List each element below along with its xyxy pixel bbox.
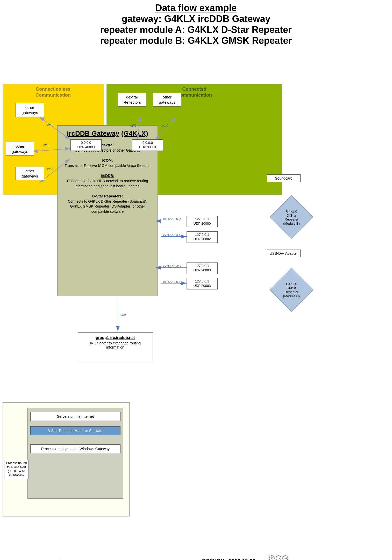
eth0-label-3: eth0 — [47, 167, 53, 171]
yellow-box-label: ConnectionlessCommunication — [3, 84, 103, 101]
other-gateways-yellow-bot: othergateways — [16, 167, 44, 180]
svg-text:SA: SA — [283, 557, 287, 560]
legend-inner-gray: Servers on the Internet D-Star Repeater … — [27, 408, 123, 499]
other-gateways-green: othergateways — [153, 93, 181, 107]
icom-section-desc: Transmit or Receive ICOM compatible Voic… — [63, 163, 152, 168]
soundcard-box: Soundcard — [267, 174, 301, 182]
dstar-section-title: D-Star Repeaters: — [92, 194, 123, 198]
dextra-reflectors-box: dextra- Reflectors — [118, 93, 146, 107]
eth0-label-4: eth0 — [130, 124, 136, 127]
icom-section-title: ICOM: — [102, 158, 113, 162]
udp-20000-bot-box: 127.0.0.1 UDP 20000 — [187, 263, 218, 274]
usb-dv-box: USB-DV- Adapter — [267, 250, 301, 257]
ircddb-section-title: ircDDB: — [101, 174, 114, 178]
irc-server-box: group1-irc.ircddb.net IRC Server to exch… — [78, 332, 153, 361]
gateway-title: ircDDB Gateway (G4KLX) — [58, 126, 158, 139]
credit-text: DG8NGN - 2010-10-20 — [202, 558, 255, 560]
udp-20003-box: 127.0.0.1 UDP 20003 — [187, 278, 218, 289]
legend-process-label: Process running on the Windows Gateway — [30, 444, 120, 453]
gmsk-repeater-c-label: G4KLXGMSKRepeater(Module C) — [275, 282, 308, 298]
header-line3: repeater module A: G4KLX D-Star Repeater — [5, 24, 387, 35]
other-gateways-yellow-top: othergateways — [16, 103, 44, 117]
page-title: Data flow example — [5, 3, 387, 13]
lo-label-2: lo (127.0.0.1) — [163, 233, 182, 237]
svg-text:©: © — [271, 557, 273, 560]
eth0-label-2: eth0 — [43, 143, 49, 147]
dstar-repeater-b-label: G4KLXD-StarRepeater(Module B) — [275, 209, 308, 225]
eth0-label-1: eth0 — [47, 123, 53, 127]
other-gateways-yellow-mid: othergateways — [6, 142, 34, 156]
legend-dstar-label: D-Star Repeater Hard- or Software — [30, 426, 120, 435]
lo-label-4: lo (127.0.0.1) — [163, 280, 182, 284]
irc-server-title: group1-irc.ircddb.net — [81, 335, 150, 340]
dextra-section-title: dextra: — [102, 143, 114, 147]
dstar-section-desc: Connects to G4KLX D-Star Repeater (Sounc… — [63, 199, 152, 214]
header-line2: gateway: G4KLX ircDDB Gateway — [5, 13, 387, 24]
legend-box: Servers on the Internet D-Star Repeater … — [3, 402, 130, 516]
lo-label-1: lo (127.0.01) — [163, 217, 181, 221]
ircddb-section-desc: Connects to the ircDDB-network to retrie… — [63, 179, 152, 189]
udp-30001-box: 0.0.0.0 UDP 30001 — [132, 139, 163, 151]
irc-server-desc: IRC Server to exchange routing informati… — [81, 341, 150, 349]
diagram-area: eth0 eth0 eth0 eth0 eth0 eth0 lo (127.0.… — [0, 47, 392, 560]
udp-20002-box: 127.0.0.1 UDP 20002 — [187, 231, 218, 243]
eth0-label-6: eth0 — [120, 313, 126, 317]
udp-20000-top-box: 127.0.0.1 UDP 20000 — [187, 216, 218, 227]
svg-text:BY: BY — [277, 557, 280, 560]
gateway-main-box: ircDDB Gateway (G4KLX) dextra: Connects … — [57, 125, 158, 296]
udp-40000-box: 0.0.0.0 UDP 40000 — [70, 139, 102, 151]
cc-badge: © BY SA — [267, 554, 290, 560]
eth0-label-5: eth0 — [162, 124, 168, 127]
legend-bound-label: Process bound to IP and Port (0.0.0.0 = … — [4, 460, 29, 479]
header-line4: repeater module B: G4KLX GMSK Repeater — [5, 35, 387, 46]
legend-servers-label: Servers on the Internet — [30, 412, 120, 421]
lo-label-3: lo (127.0.01) — [163, 265, 181, 268]
